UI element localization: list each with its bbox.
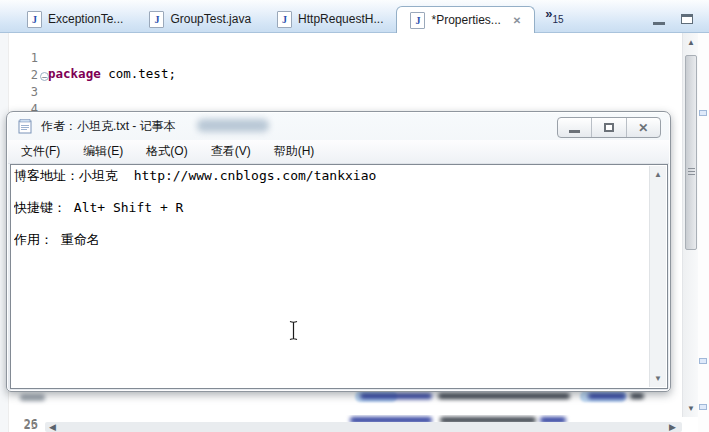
fold-collapse-icon[interactable]: − — [40, 72, 49, 81]
menu-format[interactable]: 格式(O) — [136, 143, 197, 160]
occurrence-marker[interactable] — [699, 358, 707, 364]
thumb-grip-icon — [688, 168, 695, 175]
redacted-text — [197, 119, 269, 132]
menu-file[interactable]: 文件(F) — [11, 143, 70, 160]
scrollbar-thumb[interactable] — [685, 55, 697, 250]
window-title: 作者：小坦克.txt - 记事本 — [41, 118, 176, 135]
text-line: 作用： 重命名 — [14, 231, 647, 247]
java-file-icon: J — [27, 11, 42, 28]
ibeam-cursor-icon — [288, 320, 299, 341]
window-controls: ✕ — [557, 117, 661, 138]
screen: 1 package com.test; 2 3 − import java.io… — [0, 0, 709, 432]
code-line: 1 package com.test; — [0, 36, 45, 53]
more-tabs-button[interactable]: » 15 — [535, 6, 563, 32]
scroll-up-icon[interactable]: ▲ — [650, 170, 666, 179]
tab-close-icon[interactable]: ✕ — [513, 15, 521, 26]
text-line: 快捷键： Alt+ Shift + R — [14, 199, 647, 215]
scroll-down-icon[interactable]: ▼ — [650, 374, 666, 383]
tab-label: *Properties... — [431, 13, 500, 27]
redacted-text — [588, 393, 626, 399]
menu-edit[interactable]: 编辑(E) — [73, 143, 133, 160]
minimize-icon — [569, 130, 580, 133]
chevron-more-icon: » — [545, 8, 552, 20]
redacted-text — [630, 393, 644, 399]
view-maximize-button[interactable] — [681, 14, 693, 24]
scroll-up-icon[interactable]: ▲ — [683, 38, 699, 47]
minimize-button[interactable] — [558, 118, 592, 137]
overview-ruler — [698, 33, 709, 432]
document-text: 博客地址：小坦克 http://www.cnblogs.com/tankxiao… — [14, 167, 647, 246]
hidden-tabs-count: 15 — [552, 14, 563, 25]
occurrence-marker[interactable] — [699, 110, 707, 116]
scroll-right-icon[interactable]: ▶ — [669, 422, 676, 432]
java-file-icon: J — [149, 11, 164, 28]
notepad-titlebar[interactable]: 作者：小坦克.txt - 记事本 ✕ — [7, 112, 670, 140]
tab-grouptest[interactable]: J GroupTest.java — [136, 6, 264, 32]
maximize-button[interactable] — [592, 118, 626, 137]
redacted-text — [438, 393, 570, 399]
notepad-window[interactable]: 作者：小坦克.txt - 记事本 ✕ 文件(F) 编辑(E) 格式(O) 查看(… — [6, 111, 671, 392]
maximize-icon — [604, 123, 614, 132]
java-file-icon: J — [410, 12, 425, 29]
tab-httprequesth[interactable]: J HttpRequestH... — [264, 6, 396, 32]
notepad-icon — [17, 118, 33, 134]
tab-label: HttpRequestH... — [298, 12, 383, 26]
code-line: 2 — [0, 53, 45, 70]
redacted-text — [360, 393, 432, 399]
close-icon: ✕ — [638, 122, 648, 134]
code-line: 4 import java.util.Properties; — [0, 87, 45, 104]
maximize-icon — [681, 14, 693, 24]
notepad-menubar: 文件(F) 编辑(E) 格式(O) 查看(V) 帮助(H) — [8, 140, 669, 164]
tab-exceptionte[interactable]: J ExceptionTe... — [14, 6, 136, 32]
notepad-text-area[interactable]: 博客地址：小坦克 http://www.cnblogs.com/tankxiao… — [10, 164, 668, 389]
tab-label: ExceptionTe... — [48, 12, 123, 26]
tab-properties-active[interactable]: J *Properties... ✕ — [396, 6, 535, 33]
code-keyword: package — [48, 66, 101, 81]
editor-horizontal-scrollbar[interactable]: ◀ ▶ — [45, 422, 682, 432]
editor-tabbar: J ExceptionTe... J GroupTest.java J Http… — [0, 0, 709, 33]
occurrence-marker[interactable] — [699, 404, 707, 410]
scroll-down-icon[interactable]: ▼ — [683, 404, 699, 413]
close-button[interactable]: ✕ — [627, 118, 660, 137]
text-line — [14, 183, 647, 199]
text-line — [14, 215, 647, 231]
menu-view[interactable]: 查看(V) — [201, 143, 261, 160]
redacted-line-number — [20, 394, 45, 401]
tab-label: GroupTest.java — [170, 12, 251, 26]
code-line: 3 − import java.io.InputStream; — [0, 70, 45, 87]
menu-help[interactable]: 帮助(H) — [264, 143, 325, 160]
minimize-icon — [653, 22, 665, 25]
view-minimize-button[interactable] — [653, 14, 665, 25]
text-line: 博客地址：小坦克 http://www.cnblogs.com/tankxiao — [14, 167, 647, 183]
scroll-left-icon[interactable]: ◀ — [49, 422, 56, 432]
code-text: com.test; — [101, 66, 176, 81]
editor-vertical-scrollbar[interactable]: ▲ ▼ — [682, 33, 698, 417]
notepad-vertical-scrollbar[interactable]: ▲ ▼ — [649, 166, 666, 387]
java-file-icon: J — [277, 11, 292, 28]
line-number: 26 — [8, 417, 38, 431]
